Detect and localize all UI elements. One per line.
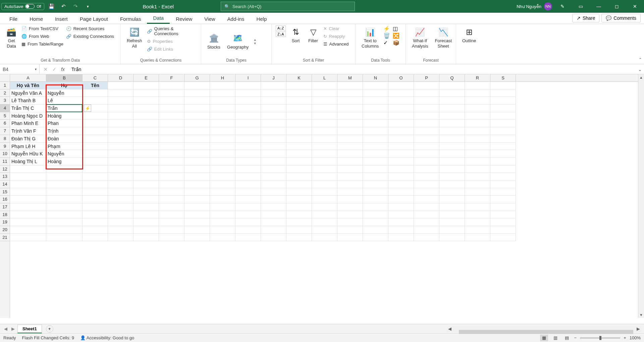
cell[interactable] xyxy=(46,218,83,226)
row-header[interactable]: 6 xyxy=(0,120,10,127)
cell[interactable] xyxy=(388,143,414,150)
cell[interactable] xyxy=(133,105,159,112)
cell[interactable] xyxy=(46,234,83,242)
cell[interactable] xyxy=(159,97,184,105)
row-header[interactable]: 17 xyxy=(0,203,10,211)
cell[interactable] xyxy=(235,196,261,203)
cell[interactable] xyxy=(490,150,516,158)
cell[interactable] xyxy=(312,165,337,173)
cell[interactable] xyxy=(108,158,133,165)
cell[interactable] xyxy=(184,234,210,242)
cell[interactable] xyxy=(286,158,312,165)
zoom-in-icon[interactable]: + xyxy=(624,335,626,340)
cell[interactable] xyxy=(184,181,210,188)
cell[interactable]: Tên xyxy=(83,82,108,89)
cell[interactable] xyxy=(159,165,184,173)
outline-button[interactable]: ⊞Outline xyxy=(460,25,478,45)
stocks-button[interactable]: 🏛️Stocks xyxy=(205,32,222,51)
cell[interactable]: Trịnh Văn F xyxy=(10,127,46,135)
cell[interactable] xyxy=(83,234,108,242)
existing-connections-button[interactable]: 🔗Existing Connections xyxy=(66,33,114,40)
cell[interactable] xyxy=(235,181,261,188)
cell[interactable] xyxy=(388,211,414,219)
cell[interactable] xyxy=(184,158,210,165)
cell[interactable] xyxy=(235,135,261,143)
cell[interactable] xyxy=(465,97,490,105)
cell[interactable] xyxy=(235,143,261,150)
cell[interactable] xyxy=(46,181,83,188)
column-header[interactable]: L xyxy=(312,74,337,81)
column-header[interactable]: G xyxy=(184,74,210,81)
cell[interactable] xyxy=(108,203,133,211)
cell[interactable] xyxy=(286,188,312,196)
cell[interactable] xyxy=(414,203,439,211)
cell[interactable] xyxy=(133,188,159,196)
cell[interactable] xyxy=(312,150,337,158)
column-header[interactable]: M xyxy=(337,74,363,81)
cell[interactable] xyxy=(286,112,312,120)
cell[interactable]: Phan Minh E xyxy=(10,120,46,127)
row-header[interactable]: 13 xyxy=(0,173,10,181)
zoom-out-icon[interactable]: − xyxy=(574,335,577,340)
cell[interactable] xyxy=(414,226,439,234)
refresh-all-button[interactable]: 🔄 Refresh All xyxy=(125,25,144,50)
cell[interactable] xyxy=(159,112,184,120)
cell[interactable] xyxy=(337,150,363,158)
column-header[interactable]: E xyxy=(133,74,159,81)
cell[interactable] xyxy=(490,218,516,226)
cell[interactable] xyxy=(184,82,210,89)
cell[interactable] xyxy=(261,89,286,97)
cell[interactable] xyxy=(465,218,490,226)
user-account[interactable]: Như Nguyễn NN xyxy=(517,2,552,10)
cell[interactable] xyxy=(439,173,465,181)
formula-input[interactable]: Trần xyxy=(69,67,636,72)
cell[interactable] xyxy=(210,203,235,211)
cell[interactable] xyxy=(261,203,286,211)
row-header[interactable]: 4 xyxy=(0,105,10,112)
cell[interactable] xyxy=(235,158,261,165)
cell[interactable] xyxy=(490,226,516,234)
pen-icon[interactable]: ✎ xyxy=(555,0,570,13)
cell[interactable] xyxy=(286,196,312,203)
cell[interactable] xyxy=(235,112,261,120)
cell[interactable] xyxy=(465,89,490,97)
tab-help[interactable]: Help xyxy=(250,14,273,24)
select-all-corner[interactable] xyxy=(0,74,10,82)
column-header[interactable]: O xyxy=(388,74,414,81)
cell[interactable] xyxy=(286,143,312,150)
data-model-icon[interactable]: 📦 xyxy=(393,40,399,46)
ribbon-display-icon[interactable]: ▭ xyxy=(573,0,588,13)
cell[interactable] xyxy=(312,89,337,97)
cell[interactable] xyxy=(286,135,312,143)
cell[interactable] xyxy=(388,127,414,135)
row-header[interactable]: 21 xyxy=(0,234,10,242)
cell[interactable] xyxy=(108,127,133,135)
cell[interactable] xyxy=(465,158,490,165)
data-valid-icon[interactable]: ✓ xyxy=(383,40,390,46)
cell[interactable] xyxy=(210,105,235,112)
cell[interactable] xyxy=(235,188,261,196)
page-break-view-icon[interactable]: ▤ xyxy=(563,335,571,341)
flash-fill-icon[interactable]: ⚡ xyxy=(383,25,390,32)
cell[interactable] xyxy=(159,234,184,242)
cell[interactable] xyxy=(83,203,108,211)
column-header[interactable]: H xyxy=(210,74,235,81)
cell[interactable] xyxy=(490,203,516,211)
sheet-tab[interactable]: Sheet1 xyxy=(17,325,42,333)
cell[interactable] xyxy=(490,135,516,143)
cell[interactable] xyxy=(388,135,414,143)
slider-handle[interactable] xyxy=(599,336,601,340)
cell[interactable] xyxy=(490,112,516,120)
sheet-next-icon[interactable]: ▶ xyxy=(10,326,16,331)
cell[interactable] xyxy=(388,181,414,188)
cell[interactable] xyxy=(363,196,388,203)
cell[interactable] xyxy=(261,196,286,203)
cells-area[interactable]: Họ và TênHọTênNguyễn Văn ANguyễnLê Thanh… xyxy=(10,82,638,318)
cell[interactable] xyxy=(312,97,337,105)
cell[interactable] xyxy=(286,165,312,173)
cell[interactable] xyxy=(108,165,133,173)
cell[interactable] xyxy=(159,143,184,150)
cell[interactable] xyxy=(312,188,337,196)
cell[interactable]: Nguyễn xyxy=(46,89,83,97)
cell[interactable] xyxy=(312,143,337,150)
